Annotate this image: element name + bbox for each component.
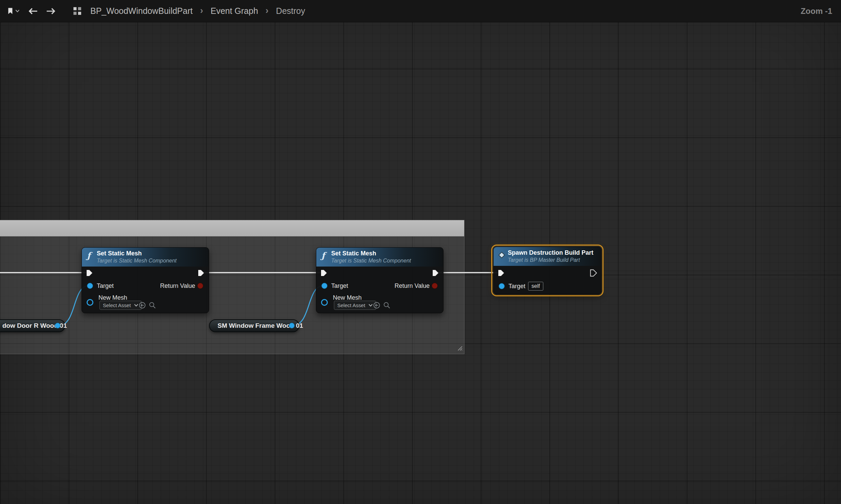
new-mesh-label: New Mesh xyxy=(99,294,127,301)
target-pin-label: Target xyxy=(331,283,348,290)
breadcrumb-separator-icon: › xyxy=(200,5,203,16)
node-subtitle: Target is BP Master Build Part xyxy=(508,257,597,263)
breadcrumb-destroy[interactable]: Destroy xyxy=(276,6,305,16)
exec-out-pin[interactable] xyxy=(432,269,439,277)
target-pin[interactable] xyxy=(499,283,505,289)
node-title: Set Static Mesh xyxy=(331,250,439,257)
target-self-input[interactable]: self xyxy=(528,282,543,291)
chevron-down-icon xyxy=(134,304,138,307)
function-icon: ƒ xyxy=(321,251,325,260)
new-mesh-label: New Mesh xyxy=(333,294,362,301)
return-value-pin[interactable] xyxy=(432,283,438,289)
back-arrow-icon xyxy=(29,8,38,15)
node-header[interactable]: Spawn Destruction Build Part Target is B… xyxy=(494,247,601,266)
exec-out-pin[interactable] xyxy=(198,269,205,277)
node-subtitle: Target is Static Mesh Component xyxy=(97,258,205,264)
node-title: Set Static Mesh xyxy=(97,250,205,257)
chevron-down-icon xyxy=(369,304,373,307)
return-value-label: Return Value xyxy=(394,283,430,290)
chevron-down-icon xyxy=(15,10,20,13)
asset-icon-group xyxy=(373,302,390,309)
use-selected-asset-icon[interactable] xyxy=(373,302,380,309)
exec-in-pin[interactable] xyxy=(86,269,93,277)
bookmark-button[interactable] xyxy=(7,7,20,15)
variable-label: SM Window Frame Wood 01 xyxy=(210,320,299,331)
breadcrumb: BP_WoodWindowBuildPart › Event Graph › D… xyxy=(90,6,305,16)
back-button[interactable] xyxy=(29,8,38,15)
browse-asset-icon[interactable] xyxy=(149,302,156,309)
bookmark-icon xyxy=(7,7,13,15)
exec-in-pin[interactable] xyxy=(498,269,505,277)
blueprint-graph-icon xyxy=(73,7,82,15)
node-set-static-mesh-1[interactable]: ƒ Set Static Mesh Target is Static Mesh … xyxy=(82,247,209,313)
zoom-level-label: Zoom -1 xyxy=(801,6,834,16)
breadcrumb-event-graph[interactable]: Event Graph xyxy=(210,6,258,16)
node-set-static-mesh-2[interactable]: ƒ Set Static Mesh Target is Static Mesh … xyxy=(316,247,444,313)
resize-grip-icon xyxy=(456,344,463,351)
toolbar: BP_WoodWindowBuildPart › Event Graph › D… xyxy=(0,0,841,22)
variable-node-window-door-r-wood-01[interactable]: dow Door R Wood 01 xyxy=(0,319,65,332)
new-mesh-pin[interactable] xyxy=(87,299,93,306)
node-header[interactable]: ƒ Set Static Mesh Target is Static Mesh … xyxy=(316,248,443,267)
select-asset-label: Select Asset xyxy=(103,302,131,308)
asset-icon-group xyxy=(139,302,156,309)
target-pin[interactable] xyxy=(321,283,327,289)
variable-output-pin[interactable] xyxy=(289,323,294,328)
comment-header[interactable] xyxy=(0,220,464,236)
forward-button[interactable] xyxy=(46,8,55,15)
exec-in-pin[interactable] xyxy=(320,269,327,277)
select-asset-dropdown[interactable]: Select Asset xyxy=(334,301,376,310)
select-asset-label: Select Asset xyxy=(337,302,365,308)
return-value-pin[interactable] xyxy=(197,283,203,289)
function-icon: ƒ xyxy=(87,251,91,260)
target-pin[interactable] xyxy=(87,283,93,289)
variable-node-sm-window-frame-wood-01[interactable]: SM Window Frame Wood 01 xyxy=(209,319,299,332)
exec-out-pin[interactable] xyxy=(590,269,597,277)
target-pin-label: Target xyxy=(508,283,525,290)
node-spawn-destruction-build-part[interactable]: Spawn Destruction Build Part Target is B… xyxy=(493,247,602,294)
node-title: Spawn Destruction Build Part xyxy=(508,249,597,256)
select-asset-dropdown[interactable]: Select Asset xyxy=(100,301,142,310)
node-subtitle: Target is Static Mesh Component xyxy=(331,258,439,264)
blueprint-graph-button[interactable] xyxy=(73,7,82,15)
return-value-label: Return Value xyxy=(160,283,195,290)
new-mesh-pin[interactable] xyxy=(321,299,328,306)
breadcrumb-separator-icon: › xyxy=(266,5,269,16)
target-pin-label: Target xyxy=(97,283,114,290)
function-diamond-icon xyxy=(498,251,505,259)
forward-arrow-icon xyxy=(46,8,55,15)
browse-asset-icon[interactable] xyxy=(383,302,390,309)
breadcrumb-root[interactable]: BP_WoodWindowBuildPart xyxy=(90,6,193,16)
node-header[interactable]: ƒ Set Static Mesh Target is Static Mesh … xyxy=(82,248,209,267)
comment-resize-handle[interactable] xyxy=(456,344,463,353)
use-selected-asset-icon[interactable] xyxy=(139,302,146,309)
variable-output-pin[interactable] xyxy=(55,323,60,328)
